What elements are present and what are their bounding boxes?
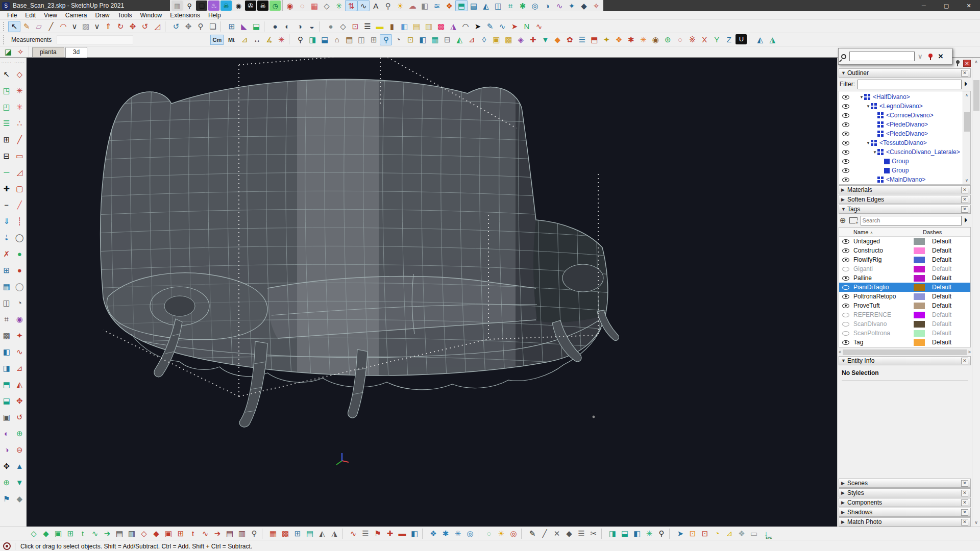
cluster-icon[interactable]: ❖ (612, 34, 625, 45)
visibility-eye-icon[interactable] (842, 132, 849, 136)
gear-cluster-icon[interactable]: ❖ (427, 528, 439, 539)
tag-dashes[interactable]: Default (932, 247, 951, 254)
panel-close-icon[interactable]: ✕ (961, 519, 968, 525)
scene-tab-pianta[interactable]: pianta (32, 47, 64, 57)
user-arrow-icon[interactable]: ⚲ (248, 528, 260, 539)
scale-y-icon[interactable]: Y (710, 34, 723, 45)
box-teal-icon[interactable]: ⬓ (619, 528, 631, 539)
menu-item-camera[interactable]: Camera (61, 12, 91, 19)
menu-item-help[interactable]: Help (204, 12, 225, 19)
tag-visibility-eye-icon[interactable] (842, 285, 849, 290)
lens2-icon[interactable]: ⚲ (655, 528, 668, 539)
floating-search-input[interactable] (849, 52, 915, 61)
scroll-down-icon[interactable]: ∨ (965, 177, 968, 184)
rainbow-swatch-icon[interactable]: ▩ (435, 21, 447, 32)
crayons-icon[interactable]: ✎ (20, 21, 33, 32)
s-curve-red-icon[interactable]: ∿ (199, 528, 211, 539)
gem2-icon[interactable]: ◆ (563, 528, 575, 539)
image-folder-icon[interactable]: ▤ (410, 21, 423, 32)
yellow-area-icon[interactable]: ▬ (374, 21, 386, 32)
orb-icon[interactable]: ◉ (13, 311, 26, 327)
diag2-icon[interactable]: ╱ (538, 528, 551, 539)
tag-visibility-eye-icon[interactable] (842, 340, 849, 345)
pan-icon[interactable]: ✥ (182, 21, 194, 32)
tag-name[interactable]: Tag (853, 339, 914, 346)
tag-color-swatch[interactable] (914, 303, 925, 309)
peak-icon[interactable]: ◮ (328, 528, 340, 539)
visibility-eye-icon[interactable] (842, 104, 849, 109)
close-button[interactable]: ✕ (958, 0, 980, 11)
layer-list-icon[interactable]: ☰ (1, 115, 13, 131)
tray-scroll-down-icon[interactable]: ∨ (974, 518, 978, 527)
outliner-item-label[interactable]: Group (892, 167, 909, 174)
scene-diagram-icon[interactable]: ✧ (14, 46, 27, 57)
half-teal-icon[interactable]: ◨ (606, 528, 619, 539)
sun-icon[interactable]: ☀ (394, 0, 406, 11)
barrel-icon[interactable]: ▮ (386, 21, 398, 32)
edge-line-icon[interactable]: ╱ (13, 131, 26, 147)
quad-outline-green-icon[interactable]: ◇ (28, 528, 40, 539)
prism-icon[interactable]: ◭ (13, 376, 26, 392)
tag-visibility-eye-icon[interactable] (842, 331, 849, 336)
axis-star-icon[interactable]: ✳ (333, 0, 345, 11)
wave-icon[interactable]: ∿ (13, 343, 26, 360)
bucket-frame-icon[interactable]: ⊡ (349, 21, 361, 32)
ref-mark-icon[interactable]: ※ (686, 34, 698, 45)
tag-dashes[interactable]: Default (932, 265, 951, 272)
visibility-eye-icon[interactable] (842, 159, 849, 164)
scene-tab-3d[interactable]: 3d (65, 47, 87, 58)
sphere-green-icon[interactable]: ● (13, 245, 26, 262)
outliner-item-label[interactable]: <TessutoDivano> (879, 139, 927, 146)
outliner-item-label[interactable]: <PiedeDivano> (886, 130, 928, 137)
ramp-icon[interactable]: ◭ (453, 34, 465, 45)
hscroll-thumb[interactable] (843, 349, 967, 355)
unwrap-icon[interactable]: U (736, 34, 747, 44)
arc-dropdown-icon[interactable]: ∨ (69, 21, 80, 32)
pipe-icon[interactable]: ◑ (541, 0, 553, 11)
pen-edit-icon[interactable]: ✎ (484, 21, 496, 32)
tag-visibility-eye-icon[interactable] (842, 248, 849, 253)
brick-icon[interactable]: ▬ (396, 528, 408, 539)
outliner-item[interactable]: <MainDivano> (839, 175, 963, 184)
tag-dashes[interactable]: Default (932, 320, 951, 328)
gray-gem-icon[interactable]: ◆ (13, 490, 26, 507)
outliner-filter-input[interactable] (857, 80, 962, 89)
square-red-icon[interactable]: ▢ (13, 180, 26, 196)
tag-color-swatch[interactable] (914, 293, 925, 300)
rule-icon[interactable]: ☰ (359, 528, 372, 539)
outliner-close-icon[interactable]: ✕ (961, 70, 968, 77)
mirror-icon[interactable]: ◭ (754, 34, 766, 45)
search-icon[interactable]: ⚲ (184, 1, 195, 11)
scale-x-icon[interactable]: X (698, 34, 710, 45)
plus-red-icon[interactable]: ✚ (384, 528, 396, 539)
rect-dropdown-icon[interactable]: ∨ (92, 21, 102, 32)
visibility-eye-icon[interactable] (842, 122, 849, 127)
outliner-item[interactable]: ▼<LegnoDivano> (839, 102, 963, 111)
tag-name[interactable]: ScanPoltrona (853, 330, 914, 337)
tag-row[interactable]: ConstructoDefault (839, 246, 970, 255)
tag-color-swatch[interactable] (914, 266, 925, 272)
visibility-eye-icon[interactable] (842, 168, 849, 173)
outliner-item[interactable]: <PiedeDivano> (839, 120, 963, 129)
half-right-icon[interactable]: ◨ (1, 360, 13, 376)
diamond-tool-icon[interactable]: ◆ (578, 0, 590, 11)
weave-red-icon[interactable]: ▩ (279, 528, 291, 539)
tray-scroll-thumb[interactable] (973, 80, 979, 111)
drape-icon[interactable]: ◭ (480, 0, 492, 11)
tag-color-swatch[interactable] (914, 238, 925, 245)
collapse-arrow-icon[interactable]: ▼ (841, 358, 847, 363)
menu-item-edit[interactable]: Edit (21, 12, 40, 19)
outliner-item[interactable]: ▼<HalfDivano> (839, 92, 963, 102)
tree-expander-icon[interactable]: ▼ (866, 141, 871, 145)
n-curve-icon[interactable]: N (521, 21, 533, 32)
menu-item-window[interactable]: Window (136, 12, 166, 19)
outliner-item-label[interactable]: <LegnoDivano> (879, 103, 923, 110)
follow-me-icon[interactable]: ↻ (114, 21, 127, 32)
line-minus-icon[interactable]: − (1, 196, 13, 213)
mesh-box-icon[interactable]: ⬒ (455, 0, 468, 11)
menu-item-draw[interactable]: Draw (91, 12, 114, 19)
tag-dashes[interactable]: Default (932, 238, 951, 245)
tag-name[interactable]: ScanDIvano (853, 320, 914, 328)
pencil-line-icon[interactable]: ╱ (45, 21, 57, 32)
tag-visibility-eye-icon[interactable] (842, 322, 849, 327)
